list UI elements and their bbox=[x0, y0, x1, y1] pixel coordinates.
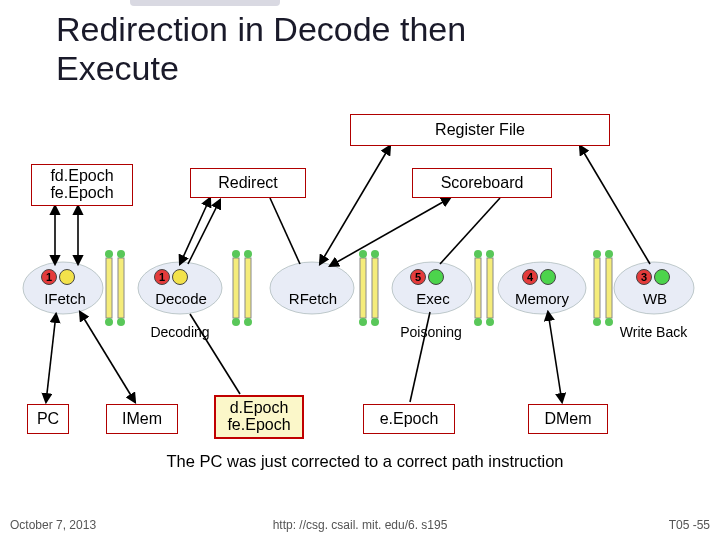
pc-box: PC bbox=[27, 404, 69, 434]
redirect-label: Redirect bbox=[218, 174, 278, 192]
stage-number-exec: 5 bbox=[410, 269, 426, 285]
slide-title: Redirection in Decode then Execute bbox=[56, 10, 676, 88]
dot-green-icon bbox=[540, 269, 556, 285]
svg-line-50 bbox=[548, 312, 562, 402]
svg-line-43 bbox=[330, 198, 450, 266]
imem-label: IMem bbox=[122, 410, 162, 428]
svg-point-15 bbox=[232, 250, 240, 258]
svg-point-11 bbox=[105, 318, 113, 326]
stage-dots-wb: 3 bbox=[636, 269, 670, 285]
diagram-area: Register File fd.Epoch fe.Epoch Redirect… bbox=[0, 106, 720, 491]
svg-rect-32 bbox=[606, 258, 612, 318]
slide-tab-decoration bbox=[130, 0, 280, 6]
stage-exec: Exec bbox=[403, 290, 463, 307]
stage-dots-ifetch: 1 bbox=[41, 269, 75, 285]
svg-point-24 bbox=[371, 318, 379, 326]
stage-decode: Decode bbox=[146, 290, 216, 307]
stage-number-memory: 4 bbox=[522, 269, 538, 285]
dmem-box: DMem bbox=[528, 404, 608, 434]
dot-green-icon bbox=[428, 269, 444, 285]
svg-point-28 bbox=[486, 250, 494, 258]
svg-point-23 bbox=[359, 318, 367, 326]
stage-dots-decode: 1 bbox=[154, 269, 188, 285]
svg-rect-31 bbox=[594, 258, 600, 318]
sub-poisoning: Poisoning bbox=[387, 324, 475, 340]
svg-rect-13 bbox=[233, 258, 239, 318]
svg-point-35 bbox=[593, 318, 601, 326]
dmem-label: DMem bbox=[544, 410, 591, 428]
sub-writeback: Write Back bbox=[606, 324, 701, 340]
fe-epoch2-label: fe.Epoch bbox=[227, 417, 290, 434]
svg-line-41 bbox=[188, 200, 220, 264]
svg-rect-25 bbox=[475, 258, 481, 318]
svg-point-16 bbox=[244, 250, 252, 258]
stage-wb: WB bbox=[630, 290, 680, 307]
svg-point-27 bbox=[474, 250, 482, 258]
dot-yellow-icon bbox=[172, 269, 188, 285]
title-line1: Redirection in Decode then bbox=[56, 10, 466, 48]
svg-point-12 bbox=[117, 318, 125, 326]
scoreboard-box: Scoreboard bbox=[412, 168, 552, 198]
svg-point-33 bbox=[593, 250, 601, 258]
svg-point-10 bbox=[117, 250, 125, 258]
caption-text: The PC was just corrected to a correct p… bbox=[50, 452, 680, 471]
stage-ifetch: IFetch bbox=[33, 290, 97, 307]
svg-point-17 bbox=[232, 318, 240, 326]
svg-point-30 bbox=[486, 318, 494, 326]
fd-fe-epoch-box: fd.Epoch fe.Epoch bbox=[31, 164, 133, 206]
fe-epoch-label: fe.Epoch bbox=[50, 185, 113, 202]
svg-line-44 bbox=[440, 198, 500, 264]
footer-tag: T05 -55 bbox=[669, 518, 710, 532]
svg-point-22 bbox=[371, 250, 379, 258]
stage-dots-exec: 5 bbox=[410, 269, 444, 285]
stage-number-decode: 1 bbox=[154, 269, 170, 285]
svg-point-21 bbox=[359, 250, 367, 258]
stage-dots-memory: 4 bbox=[522, 269, 556, 285]
stage-number-wb: 3 bbox=[636, 269, 652, 285]
register-file-box: Register File bbox=[350, 114, 610, 146]
register-file-label: Register File bbox=[435, 121, 525, 139]
footer-url: http: //csg. csail. mit. edu/6. s195 bbox=[0, 518, 720, 532]
e-epoch-label: e.Epoch bbox=[380, 410, 439, 428]
stage-number-ifetch: 1 bbox=[41, 269, 57, 285]
svg-point-34 bbox=[605, 250, 613, 258]
imem-box: IMem bbox=[106, 404, 178, 434]
d-epoch-label: d.Epoch bbox=[230, 400, 289, 417]
svg-point-29 bbox=[474, 318, 482, 326]
svg-line-40 bbox=[270, 198, 300, 264]
svg-rect-8 bbox=[118, 258, 124, 318]
svg-rect-20 bbox=[372, 258, 378, 318]
svg-line-45 bbox=[580, 146, 650, 264]
svg-point-18 bbox=[244, 318, 252, 326]
dot-green-icon bbox=[654, 269, 670, 285]
fd-epoch-label: fd.Epoch bbox=[50, 168, 113, 185]
svg-rect-14 bbox=[245, 258, 251, 318]
svg-line-39 bbox=[180, 198, 210, 264]
d-fe-epoch-box: d.Epoch fe.Epoch bbox=[214, 395, 304, 439]
svg-rect-26 bbox=[487, 258, 493, 318]
title-line2: Execute bbox=[56, 49, 179, 87]
pc-label: PC bbox=[37, 410, 59, 428]
svg-line-47 bbox=[80, 312, 135, 402]
sub-decoding: Decoding bbox=[140, 324, 220, 340]
stage-memory: Memory bbox=[504, 290, 580, 307]
redirect-box: Redirect bbox=[190, 168, 306, 198]
svg-point-9 bbox=[105, 250, 113, 258]
svg-rect-19 bbox=[360, 258, 366, 318]
stage-rfetch: RFetch bbox=[278, 290, 348, 307]
svg-line-42 bbox=[320, 146, 390, 264]
scoreboard-label: Scoreboard bbox=[441, 174, 524, 192]
e-epoch-box: e.Epoch bbox=[363, 404, 455, 434]
svg-line-46 bbox=[46, 314, 56, 402]
dot-yellow-icon bbox=[59, 269, 75, 285]
svg-rect-7 bbox=[106, 258, 112, 318]
